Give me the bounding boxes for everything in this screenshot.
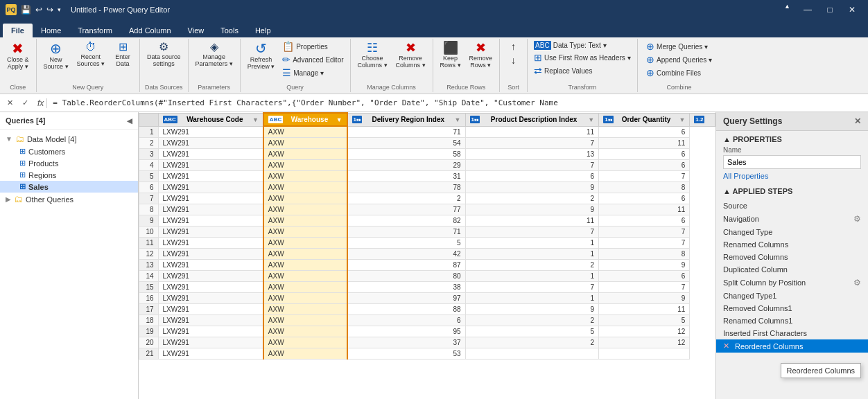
ribbon-group-content-data-sources: ⚙ Data sourcesettings — [144, 40, 184, 82]
main-layout: Queries [4] ◀ ▼ 🗂 Data Model [4] ⊞ Custo… — [0, 112, 868, 399]
remove-columns-button[interactable]: ✖ RemoveColumns ▾ — [393, 40, 428, 70]
recent-sources-button[interactable]: ⏱ RecentSources ▾ — [74, 40, 108, 69]
step-item-source[interactable]: Source — [716, 200, 868, 212]
query-item-customers[interactable]: ⊞ Customers — [0, 145, 138, 157]
minimize-button[interactable]: — — [797, 3, 818, 17]
step-item-removed-columns1[interactable]: Removed Columns1 — [716, 302, 868, 314]
append-queries-label: Append Queries ▾ — [657, 56, 712, 64]
tab-add-column[interactable]: Add Column — [121, 24, 180, 37]
first-row-header-button[interactable]: ⊞ Use First Row as Headers ▾ — [532, 51, 632, 64]
col-header-delivery-region[interactable]: 1₂₃ Delivery Region Index ▼ — [347, 113, 465, 126]
cell-product-desc: 1 — [465, 271, 599, 282]
keep-rows-icon: ⬛ — [443, 42, 458, 54]
choose-columns-button[interactable]: ☷ ChooseColumns ▾ — [355, 40, 390, 70]
cell-order-qty: 6 — [599, 160, 690, 171]
step-item-removed-columns[interactable]: Removed Columns — [716, 251, 868, 263]
append-queries-button[interactable]: ⊕ Append Queries ▾ — [644, 53, 714, 66]
data-type-button[interactable]: ABC Data Type: Text ▾ — [532, 40, 632, 51]
row-number: 1 — [139, 126, 159, 138]
cell-delivery-region: 71 — [347, 227, 465, 238]
formula-input[interactable] — [50, 98, 865, 107]
data-model-label: Data Model [4] — [27, 135, 77, 143]
tree-group-other-queries-header[interactable]: ▶ 🗂 Other Queries — [0, 193, 138, 206]
query-item-sales[interactable]: ⊞ Sales — [0, 181, 138, 193]
all-properties-link[interactable]: All Properties — [723, 172, 768, 180]
product-desc-dropdown[interactable]: ▼ — [588, 116, 594, 123]
sort-desc-button[interactable]: ↓ — [509, 54, 518, 66]
ribbon-collapse-btn[interactable]: ▲ — [784, 3, 790, 17]
keep-rows-button[interactable]: ⬛ KeepRows ▾ — [437, 40, 464, 70]
query-item-regions[interactable]: ⊞ Regions — [0, 169, 138, 181]
advanced-editor-button[interactable]: ✏ Advanced Editor — [280, 53, 345, 66]
cell-warehouse: AXW — [263, 337, 347, 348]
cell-order-qty: 6 — [599, 149, 690, 160]
cell-product-desc: 9 — [465, 182, 599, 193]
step-gear-icon[interactable]: ⚙ — [853, 278, 861, 287]
quick-access-redo[interactable]: ↪ — [46, 5, 53, 15]
close-apply-icon: ✖ — [12, 42, 24, 55]
tab-file[interactable]: File — [3, 24, 33, 37]
merge-queries-button[interactable]: ⊕ Merge Queries ▾ — [644, 40, 714, 53]
col-header-warehouse-code[interactable]: ABC Warehouse Code ▼ — [158, 113, 263, 126]
cell-product-desc: 7 — [465, 227, 599, 238]
cell-delivery-region: 71 — [347, 126, 465, 138]
tab-tools[interactable]: Tools — [212, 24, 247, 37]
step-item-duplicated-column[interactable]: Duplicated Column — [716, 263, 868, 276]
queries-collapse-button[interactable]: ◀ — [127, 117, 132, 125]
step-item-changed-type1[interactable]: Changed Type1 — [716, 290, 868, 302]
enter-data-button[interactable]: ⊞ EnterData — [110, 40, 135, 69]
tab-help[interactable]: Help — [247, 24, 279, 37]
step-item-navigation[interactable]: Navigation⚙ — [716, 212, 868, 226]
step-item-changed-type[interactable]: Changed Type — [716, 226, 868, 238]
order-qty-dropdown[interactable]: ▼ — [679, 116, 685, 123]
delivery-region-dropdown[interactable]: ▼ — [455, 116, 461, 123]
formula-confirm-button[interactable]: ✓ — [18, 96, 32, 110]
col-header-order-qty[interactable]: 1₂₃ Order Quantity ▼ — [599, 113, 690, 126]
step-item-split-column-by-position[interactable]: Split Column by Position⚙ — [716, 276, 868, 290]
data-source-settings-button[interactable]: ⚙ Data sourcesettings — [144, 40, 184, 69]
manage-button[interactable]: ☰ Manage ▾ — [280, 66, 345, 79]
query-name-input[interactable] — [723, 155, 861, 169]
cell-order-qty: 7 — [599, 227, 690, 238]
title-bar-left: PQ 💾 ↩ ↪ ▾ Untitled - Power Query Editor — [6, 4, 170, 15]
new-source-button[interactable]: ⊕ NewSource ▾ — [41, 40, 71, 71]
cell-product-desc: 5 — [465, 326, 599, 337]
combine-files-button[interactable]: ⊕ Combine Files — [644, 66, 714, 79]
step-item-renamed-columns[interactable]: Renamed Columns — [716, 238, 868, 251]
warehouse-code-dropdown[interactable]: ▼ — [252, 116, 259, 123]
formula-cancel-button[interactable]: ✕ — [3, 96, 17, 110]
close-apply-button[interactable]: ✖ Close &Apply ▾ — [4, 40, 32, 71]
close-group-label: Close — [10, 84, 26, 91]
tab-home[interactable]: Home — [33, 24, 69, 37]
remove-rows-button[interactable]: ✖ RemoveRows ▾ — [467, 40, 496, 70]
quick-access-save[interactable]: 💾 — [21, 5, 31, 15]
step-item-reordered-columns[interactable]: ✕Reordered Columns — [716, 339, 868, 353]
tree-group-data-model-header[interactable]: ▼ 🗂 Data Model [4] — [0, 132, 138, 145]
step-item-inserted-first-characters[interactable]: Inserted First Characters — [716, 327, 868, 339]
quick-access-dropdown[interactable]: ▾ — [58, 6, 61, 13]
manage-parameters-button[interactable]: ◈ ManageParameters ▾ — [193, 40, 236, 69]
sort-asc-button[interactable]: ↑ — [509, 40, 518, 53]
query-item-products[interactable]: ⊞ Products — [0, 157, 138, 169]
step-gear-icon[interactable]: ⚙ — [853, 214, 861, 224]
warehouse-dropdown[interactable]: ▼ — [336, 116, 342, 123]
table-icon-sales: ⊞ — [19, 182, 26, 191]
quick-access-undo[interactable]: ↩ — [35, 5, 42, 15]
properties-button[interactable]: 📋 Properties — [280, 40, 345, 53]
row-number: 15 — [139, 282, 159, 293]
formula-bar-buttons: ✕ ✓ — [3, 96, 32, 110]
step-item-renamed-columns1[interactable]: Renamed Columns1 — [716, 314, 868, 327]
replace-values-button[interactable]: ⇄ Replace Values — [532, 64, 632, 77]
col-header-warehouse[interactable]: ABC Warehouse ▼ — [263, 113, 347, 126]
maximize-button[interactable]: □ — [819, 3, 840, 17]
refresh-preview-button[interactable]: ↺ RefreshPreview ▾ — [245, 40, 278, 71]
settings-close-button[interactable]: ✕ — [854, 116, 861, 126]
data-area[interactable]: ABC Warehouse Code ▼ ABC Warehouse ▼ — [139, 112, 715, 399]
tab-transform[interactable]: Transform — [69, 24, 121, 37]
col-header-product-desc[interactable]: 1₂₃ Product Description Index ▼ — [465, 113, 599, 126]
folder-icon-other: 🗂 — [14, 194, 23, 204]
tab-view[interactable]: View — [180, 24, 213, 37]
col-header-col6[interactable]: 1.2 — [690, 113, 715, 126]
window-close-button[interactable]: ✕ — [842, 3, 862, 17]
table-row: 18LXW291AXW625 — [139, 315, 715, 326]
